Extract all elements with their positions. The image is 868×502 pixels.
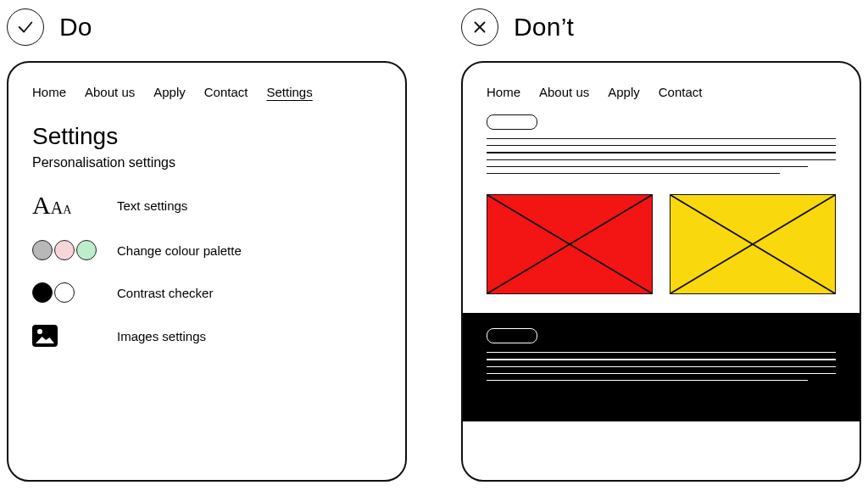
placeholder-line — [487, 152, 836, 153]
palette-swatch-green — [76, 240, 97, 260]
check-icon — [7, 8, 44, 46]
nav-item-home[interactable]: Home — [32, 85, 66, 99]
option-label: Text settings — [117, 198, 187, 213]
placeholder-line — [487, 138, 836, 139]
option-label: Change colour palette — [117, 243, 242, 258]
image-tile-red — [487, 194, 653, 294]
option-text-settings[interactable]: AAA Text settings — [32, 192, 381, 218]
footer-band — [463, 313, 860, 421]
dont-nav: Home About us Apply Contact — [487, 85, 836, 99]
x-icon — [461, 8, 498, 46]
settings-options: AAA Text settings — [32, 192, 381, 347]
do-nav: Home About us Apply Contact Settings — [32, 85, 381, 99]
nav-item-contact[interactable]: Contact — [204, 85, 248, 99]
text-size-icon: AAA — [32, 192, 71, 218]
do-card: Home About us Apply Contact Settings Set… — [7, 61, 407, 482]
nav-item-about[interactable]: About us — [85, 85, 135, 99]
nav-item-apply[interactable]: Apply — [153, 85, 186, 99]
dont-label: Don’t — [514, 13, 574, 42]
do-column: Do Home About us Apply Contact Settings … — [7, 8, 407, 482]
image-tiles — [487, 194, 836, 294]
dont-column: Don’t Home About us Apply Contact — [461, 8, 861, 482]
do-header: Do — [7, 8, 407, 46]
page-title: Settings — [32, 123, 381, 150]
option-colour-palette[interactable]: Change colour palette — [32, 240, 381, 260]
image-icon — [32, 325, 58, 347]
dont-header: Don’t — [461, 8, 861, 46]
nav-item-contact[interactable]: Contact — [659, 85, 703, 99]
do-label: Do — [59, 13, 92, 42]
placeholder-line — [487, 159, 836, 160]
image-tile-yellow — [670, 194, 836, 294]
dont-card: Home About us Apply Contact — [461, 61, 861, 482]
placeholder-line — [487, 166, 808, 167]
placeholder-body — [487, 138, 836, 174]
contrast-icon — [32, 282, 75, 303]
nav-item-about[interactable]: About us — [539, 85, 589, 99]
contrast-circle-black — [32, 282, 53, 303]
palette-swatch-grey — [32, 240, 53, 260]
placeholder-line — [487, 380, 808, 381]
palette-icon — [32, 240, 97, 260]
option-label: Images settings — [117, 329, 206, 343]
option-label: Contrast checker — [117, 286, 213, 300]
nav-item-home[interactable]: Home — [487, 85, 520, 99]
option-images-settings[interactable]: Images settings — [32, 325, 381, 347]
placeholder-line — [487, 359, 836, 360]
placeholder-pill — [487, 328, 537, 343]
placeholder-heading — [487, 114, 836, 130]
nav-item-apply[interactable]: Apply — [608, 85, 640, 99]
option-contrast-checker[interactable]: Contrast checker — [32, 282, 381, 303]
placeholder-line — [487, 145, 836, 146]
placeholder-pill — [487, 114, 537, 130]
placeholder-line — [487, 366, 836, 367]
placeholder-line — [487, 352, 836, 353]
contrast-circle-white — [54, 282, 75, 303]
nav-item-settings[interactable]: Settings — [266, 85, 312, 99]
page-subtitle: Personalisation settings — [32, 155, 381, 170]
placeholder-line — [487, 373, 836, 374]
palette-swatch-pink — [54, 240, 75, 260]
placeholder-body-inverse — [487, 352, 836, 381]
placeholder-line — [487, 173, 780, 174]
